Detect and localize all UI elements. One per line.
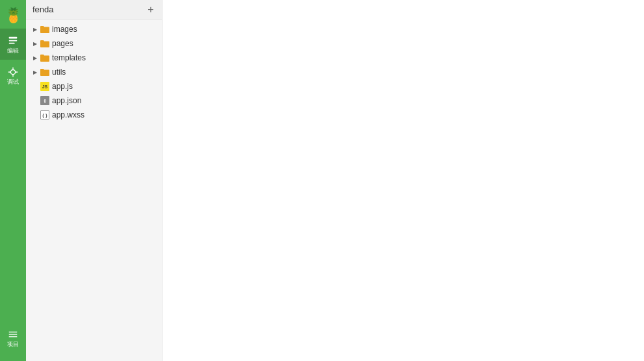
folder-icon-images [40, 25, 49, 33]
add-file-button[interactable]: + [145, 4, 157, 16]
activity-icon-project[interactable]: 项目 [0, 322, 26, 353]
tree-item-images[interactable]: images [26, 22, 162, 36]
folder-icon-utils [40, 68, 49, 76]
folder-icon-templates [40, 54, 49, 62]
file-name-app-json: app.json [52, 96, 81, 105]
app-logo: 🍍 [5, 7, 22, 24]
file-name-app-wxss: app.wxss [52, 110, 84, 119]
sidebar: fenda + images pages [26, 0, 162, 361]
arrow-images [31, 25, 39, 33]
activity-icon-editor[interactable]: 编辑 [0, 29, 26, 60]
file-tree: images pages templates [26, 19, 162, 361]
debug-label: 调试 [7, 79, 19, 85]
folder-name-pages: pages [52, 39, 73, 48]
js-file-icon: JS [40, 82, 49, 91]
svg-rect-1 [9, 40, 18, 41]
editor-label: 编辑 [7, 48, 19, 54]
tree-item-templates[interactable]: templates [26, 51, 162, 65]
arrow-utils [31, 68, 39, 76]
folder-name-utils: utils [52, 68, 66, 77]
folder-icon-pages [40, 40, 49, 47]
tree-item-app-js[interactable]: JS app.js [26, 79, 162, 93]
file-name-app-js: app.js [52, 82, 73, 91]
svg-rect-2 [9, 42, 15, 44]
main-content [162, 0, 644, 361]
project-label: 项目 [7, 342, 19, 347]
logo-area: 🍍 [0, 3, 26, 29]
tree-item-app-wxss[interactable]: ( ) app.wxss [26, 108, 162, 122]
tree-item-utils[interactable]: utils [26, 65, 162, 79]
tree-item-app-json[interactable]: {} app.json [26, 93, 162, 108]
arrow-pages [31, 40, 39, 47]
folder-name-images: images [52, 25, 77, 34]
sidebar-title: fenda [32, 5, 54, 14]
svg-point-3 [10, 69, 15, 74]
tree-item-pages[interactable]: pages [26, 36, 162, 51]
activity-bar: 🍍 编辑 调试 项目 [0, 0, 26, 361]
project-icon [7, 329, 19, 340]
debug-icon [7, 66, 19, 78]
arrow-templates [31, 54, 39, 62]
wxss-file-icon: ( ) [40, 110, 49, 119]
sidebar-header: fenda + [26, 0, 162, 19]
svg-rect-0 [9, 36, 18, 38]
json-file-icon: {} [40, 96, 49, 105]
folder-name-templates: templates [52, 53, 86, 62]
editor-icon [7, 35, 19, 47]
activity-icon-debug[interactable]: 调试 [0, 60, 26, 91]
